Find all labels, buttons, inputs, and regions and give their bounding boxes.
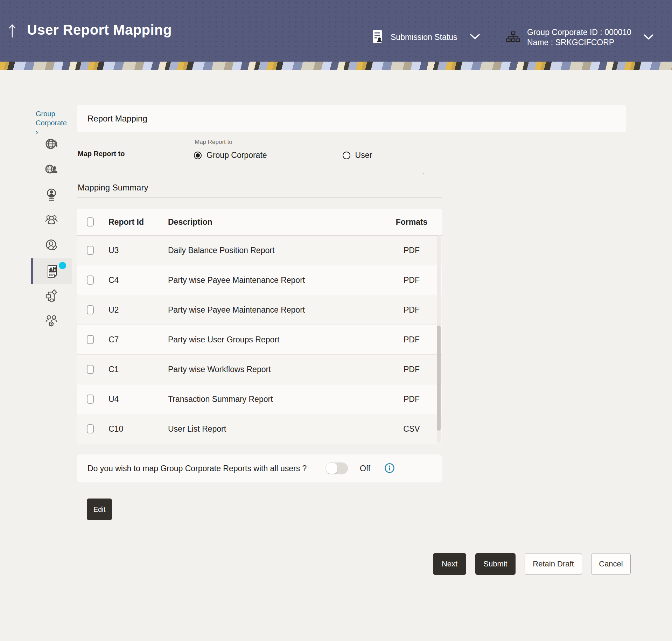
- group-corporate-menu[interactable]: Group Corporate ID : 000010 Name : SRKGC…: [506, 27, 654, 48]
- row-checkbox[interactable]: [87, 305, 94, 314]
- sidebar-item-user-edit[interactable]: [31, 237, 72, 252]
- report-format: CSV: [382, 424, 442, 434]
- map-all-users-toggle[interactable]: [326, 462, 348, 474]
- app-header: User Report Mapping Submission Status: [0, 0, 672, 62]
- table-row: U3 Daily Balance Position Report PDF: [77, 235, 442, 265]
- row-checkbox[interactable]: [87, 424, 94, 433]
- info-icon[interactable]: [384, 463, 395, 473]
- map-all-users-question: Do you wish to map Group Corporate Repor…: [88, 464, 307, 473]
- user-edit-icon: [44, 237, 59, 252]
- sidebar-item-globe-user[interactable]: [31, 162, 72, 177]
- report-description: Party wise Payee Maintenance Report: [168, 276, 382, 285]
- workflow-icon: [44, 288, 59, 304]
- user-group-icon: [44, 212, 59, 227]
- map-report-to-label: Map Report to: [78, 150, 125, 158]
- submission-status-icon: [372, 29, 383, 45]
- card-title: Report Mapping: [88, 114, 147, 124]
- globe-sync-icon: [44, 136, 59, 152]
- map-report-to-field-label: Map Report to: [195, 139, 232, 146]
- toggle-state-label: Off: [360, 464, 370, 473]
- column-report-id: Report Id: [108, 217, 168, 227]
- section-divider: [77, 197, 442, 198]
- report-id: C7: [108, 335, 168, 344]
- report-id: U3: [108, 246, 168, 255]
- sidebar-item-user-groups[interactable]: [31, 212, 72, 227]
- table-scrollbar-track[interactable]: [437, 235, 441, 443]
- back-arrow-icon[interactable]: [8, 23, 17, 39]
- group-corporate-name: Name : SRKGCIFCORP: [527, 37, 631, 48]
- active-badge-dot: [59, 262, 66, 269]
- row-checkbox[interactable]: [87, 365, 94, 374]
- report-format: PDF: [382, 365, 442, 374]
- report-id: C4: [108, 276, 168, 285]
- breadcrumb[interactable]: Group Corporate ›: [36, 109, 69, 137]
- table-row: C7 Party wise User Groups Report PDF: [77, 325, 442, 354]
- next-button[interactable]: Next: [433, 553, 466, 575]
- cancel-button[interactable]: Cancel: [591, 553, 631, 575]
- sidebar-item-user-id[interactable]: [31, 187, 72, 202]
- report-id: U4: [108, 395, 168, 404]
- decorative-banner: [0, 62, 672, 70]
- edit-button[interactable]: Edit: [87, 499, 112, 520]
- row-checkbox[interactable]: [87, 335, 94, 344]
- globe-user-icon: [44, 162, 59, 177]
- report-description: Party wise Payee Maintenance Report: [168, 305, 382, 315]
- report-mapping-card-header: Report Mapping: [77, 105, 626, 132]
- submission-status-label: Submission Status: [391, 33, 457, 42]
- sidebar: Group Corporate ›: [31, 108, 72, 353]
- table-row: C1 Party wise Workflows Report PDF: [77, 354, 442, 384]
- report-format: PDF: [382, 276, 442, 285]
- report-description: Party wise User Groups Report: [168, 335, 382, 344]
- report-id: C1: [108, 365, 168, 374]
- radio-option-group-corporate[interactable]: Group Corporate: [194, 151, 267, 160]
- group-corporate-id: Group Corporate ID : 000010: [527, 27, 631, 37]
- select-all-checkbox[interactable]: [87, 217, 94, 227]
- report-description: Daily Balance Position Report: [168, 246, 382, 255]
- radio-unselected-icon[interactable]: [343, 152, 350, 159]
- row-checkbox[interactable]: [87, 276, 94, 285]
- report-description: Transaction Summary Report: [168, 395, 382, 404]
- user-report-mapping-page: User Report Mapping Submission Status: [0, 0, 672, 641]
- chevron-down-icon: [470, 34, 480, 41]
- user-id-icon: [44, 187, 59, 202]
- report-format: PDF: [382, 335, 442, 344]
- mapping-summary-title: Mapping Summary: [78, 183, 148, 193]
- retain-draft-button[interactable]: Retain Draft: [525, 553, 582, 575]
- report-format: PDF: [382, 305, 442, 315]
- sidebar-item-globe-sync[interactable]: [31, 136, 72, 152]
- breadcrumb-chevron-icon: ›: [36, 128, 38, 136]
- column-description: Description: [168, 217, 382, 227]
- report-id: U2: [108, 305, 168, 315]
- group-corporate-info: Group Corporate ID : 000010 Name : SRKGC…: [527, 27, 631, 48]
- table-row: C10 User List Report CSV: [77, 414, 442, 444]
- chevron-down-icon: [643, 34, 654, 41]
- toggle-knob: [326, 463, 337, 474]
- radio-option-user[interactable]: User: [343, 151, 372, 160]
- report-id: C10: [108, 424, 168, 434]
- table-header-row: Report Id Description Formats: [77, 209, 442, 235]
- table-row: U4 Transaction Summary Report PDF: [77, 384, 442, 414]
- column-formats: Formats: [382, 217, 442, 227]
- table-scrollbar-thumb[interactable]: [437, 326, 441, 431]
- table-row: U2 Party wise Payee Maintenance Report P…: [77, 295, 442, 325]
- map-report-to-radio-group: Group Corporate User: [194, 151, 372, 160]
- page-title: User Report Mapping: [27, 22, 172, 38]
- row-checkbox[interactable]: [87, 395, 94, 404]
- map-report-to-field: Map Report to Map Report to Group Corpor…: [77, 139, 442, 167]
- sidebar-item-users-settings[interactable]: [31, 313, 72, 328]
- report-description: User List Report: [168, 424, 382, 434]
- sidebar-item-report-mapping[interactable]: [31, 258, 72, 284]
- sidebar-item-workflow[interactable]: [31, 288, 72, 304]
- submission-status-menu[interactable]: Submission Status: [372, 29, 480, 45]
- report-mapping-icon: [43, 263, 59, 279]
- row-checkbox[interactable]: [87, 246, 94, 255]
- footer-actions: Next Submit Retain Draft Cancel: [433, 553, 631, 575]
- submit-button[interactable]: Submit: [475, 553, 516, 575]
- report-format: PDF: [382, 395, 442, 404]
- radio-selected-icon[interactable]: [194, 152, 202, 159]
- table-row: C4 Party wise Payee Maintenance Report P…: [77, 265, 442, 295]
- stray-period: .: [422, 167, 424, 176]
- report-description: Party wise Workflows Report: [168, 365, 382, 374]
- mapping-summary-table: Report Id Description Formats U3 Daily B…: [77, 209, 442, 444]
- report-format: PDF: [382, 246, 442, 255]
